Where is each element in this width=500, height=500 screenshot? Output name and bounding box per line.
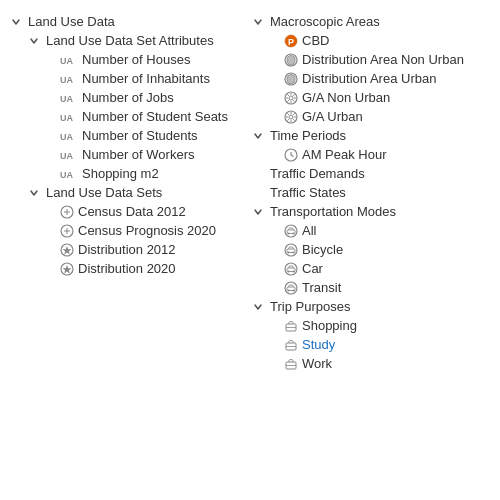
tree-item[interactable]: Shopping [252, 316, 490, 335]
shield-icon [284, 72, 298, 86]
svg-text:UA: UA [60, 151, 73, 161]
ua-icon: UA [60, 53, 78, 67]
tree-item[interactable]: UA Number of Students [10, 126, 248, 145]
item-label: Transportation Modes [270, 204, 396, 219]
svg-point-40 [289, 115, 293, 119]
svg-text:UA: UA [60, 113, 73, 123]
ua-icon: UA [60, 167, 78, 181]
tree-item[interactable]: UA Number of Workers [10, 145, 248, 164]
tree-item[interactable]: UA Number of Houses [10, 50, 248, 69]
svg-text:UA: UA [60, 75, 73, 85]
tree-item[interactable]: Trip Purposes [252, 297, 490, 316]
tree-item[interactable]: Land Use Data Set Attributes [10, 31, 248, 50]
tree-item[interactable]: Bicycle [252, 240, 490, 259]
item-label: Census Data 2012 [78, 204, 186, 219]
chevron-icon[interactable] [28, 187, 40, 199]
tree-item[interactable]: Study [252, 335, 490, 354]
tree-item[interactable]: G/A Urban [252, 107, 490, 126]
svg-point-62 [288, 232, 290, 234]
tree-item[interactable]: UA Number of Student Seats [10, 107, 248, 126]
tree-item[interactable]: Distribution Area Non Urban [252, 50, 490, 69]
item-label: Distribution Area Urban [302, 71, 436, 86]
svg-point-74 [288, 289, 290, 291]
item-label: Transit [302, 280, 341, 295]
svg-text:UA: UA [60, 94, 73, 104]
item-label: Land Use Data [28, 14, 115, 29]
item-label: Land Use Data Set Attributes [46, 33, 214, 48]
item-label: Number of Workers [82, 147, 194, 162]
item-label: Land Use Data Sets [46, 185, 162, 200]
left-column: Land Use Data Land Use Data Set Attribut… [8, 8, 250, 492]
tree-item[interactable]: Traffic Demands [252, 164, 490, 183]
briefcase-icon [284, 319, 298, 333]
item-label: Distribution 2012 [78, 242, 176, 257]
svg-text:UA: UA [60, 170, 73, 180]
tree-item[interactable]: Distribution Area Urban [252, 69, 490, 88]
svg-line-38 [288, 100, 289, 101]
car-icon [284, 262, 298, 276]
svg-line-37 [293, 94, 294, 95]
item-label: Bicycle [302, 242, 343, 257]
car-icon [284, 224, 298, 238]
svg-point-66 [288, 251, 290, 253]
tree-item[interactable]: Transportation Modes [252, 202, 490, 221]
briefcase-icon [284, 357, 298, 371]
svg-line-47 [293, 113, 294, 114]
tree-item[interactable]: UA Shopping m2 [10, 164, 248, 183]
star-icon [60, 243, 74, 257]
tree-item[interactable]: Car [252, 259, 490, 278]
tree-item[interactable]: Distribution 2012 [10, 240, 248, 259]
ua-icon: UA [60, 129, 78, 143]
tree-item[interactable]: Work [252, 354, 490, 373]
tree-item[interactable]: Transit [252, 278, 490, 297]
tree-item[interactable]: Macroscopic Areas [252, 12, 490, 31]
item-label: All [302, 223, 316, 238]
tree-container: Land Use Data Land Use Data Set Attribut… [8, 8, 492, 492]
svg-line-45 [288, 113, 289, 114]
star-icon [60, 262, 74, 276]
tree-item[interactable]: AM Peak Hour [252, 145, 490, 164]
tree-item[interactable]: G/A Non Urban [252, 88, 490, 107]
svg-point-71 [293, 270, 295, 272]
svg-line-46 [293, 119, 294, 120]
tree-item[interactable]: Land Use Data [10, 12, 248, 31]
svg-point-30 [289, 96, 293, 100]
item-label: Work [302, 356, 332, 371]
shield-icon [284, 53, 298, 67]
tree-item[interactable]: All [252, 221, 490, 240]
tree-item[interactable]: UA Number of Inhabitants [10, 69, 248, 88]
item-label: Census Prognosis 2020 [78, 223, 216, 238]
chevron-icon[interactable] [252, 130, 264, 142]
tree-item[interactable]: UA Number of Jobs [10, 88, 248, 107]
chevron-icon[interactable] [252, 301, 264, 313]
svg-line-48 [288, 119, 289, 120]
tree-item[interactable]: Census Prognosis 2020 [10, 221, 248, 240]
tree-item[interactable]: Time Periods [252, 126, 490, 145]
ua-icon: UA [60, 110, 78, 124]
item-label: Traffic Demands [270, 166, 365, 181]
svg-line-35 [288, 94, 289, 95]
chevron-icon[interactable] [252, 206, 264, 218]
tree-item[interactable]: Land Use Data Sets [10, 183, 248, 202]
badge-p-icon: P [284, 34, 298, 48]
svg-point-67 [293, 251, 295, 253]
chevron-icon[interactable] [10, 16, 22, 28]
tree-item[interactable]: P CBD [252, 31, 490, 50]
svg-line-36 [293, 100, 294, 101]
tree-item[interactable]: Census Data 2012 [10, 202, 248, 221]
item-label: Study [302, 337, 335, 352]
briefcase-icon [284, 338, 298, 352]
tree-item[interactable]: Distribution 2020 [10, 259, 248, 278]
svg-marker-20 [63, 246, 72, 255]
item-label: Number of Student Seats [82, 109, 228, 124]
car-icon [284, 243, 298, 257]
chevron-icon[interactable] [252, 16, 264, 28]
item-label: Shopping m2 [82, 166, 159, 181]
gear-icon [284, 91, 298, 105]
item-label: Car [302, 261, 323, 276]
tree-item[interactable]: Traffic States [252, 183, 490, 202]
gear-icon [284, 110, 298, 124]
census-icon [60, 205, 74, 219]
car-icon [284, 281, 298, 295]
chevron-icon[interactable] [28, 35, 40, 47]
